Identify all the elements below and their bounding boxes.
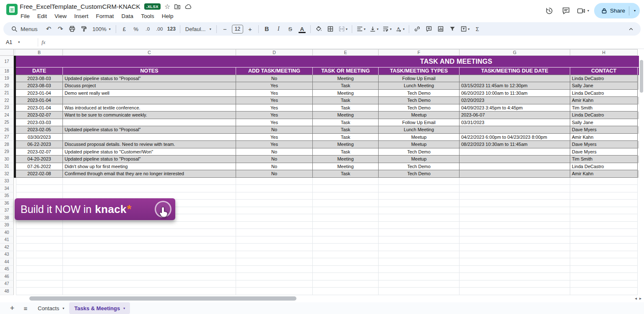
cell-H41[interactable] [570,236,638,244]
comments-button[interactable] [560,5,572,17]
cell-H23[interactable]: Tim Smith [570,104,638,112]
cell-F31[interactable]: Tech Demo [379,163,460,171]
cell-C44[interactable] [63,258,236,266]
cell-F44[interactable] [379,258,460,266]
row-header-48[interactable]: 48 [0,288,14,295]
cell-E33[interactable] [313,178,379,185]
cell-F43[interactable] [379,251,460,259]
vertical-align-button[interactable]: ▾ [368,23,380,34]
cell-H44[interactable] [570,258,638,266]
toolbar-collapse-button[interactable] [625,23,636,34]
column-header-H[interactable]: H [570,49,638,56]
cell-B41[interactable] [16,236,63,244]
row-header-41[interactable]: 41 [0,236,14,244]
cell-H21[interactable]: Linda DeCastro [570,90,638,97]
cell-D34[interactable] [236,185,313,192]
cell-G43[interactable] [460,251,570,259]
zoom-selector[interactable]: 100% ▾ [90,23,113,34]
cell-F36[interactable] [379,200,460,207]
cell-D20[interactable]: Yes [236,82,313,90]
italic-button[interactable]: I [273,23,284,34]
cell-D33[interactable] [236,178,313,185]
cell-D39[interactable] [236,222,313,229]
vertical-scrollbar-thumb[interactable] [640,60,643,93]
scroll-left-icon[interactable]: ◂ [635,296,637,301]
cell-G41[interactable] [460,236,570,244]
cell-D46[interactable] [236,273,313,280]
cell-F42[interactable] [379,244,460,251]
cell-C27[interactable] [63,134,236,141]
move-to-folder-icon[interactable] [174,3,181,10]
header-cell-B18[interactable]: DATE [16,67,63,75]
cell-G37[interactable] [460,207,570,215]
cell-D35[interactable] [236,192,313,200]
column-header-C[interactable]: C [63,49,236,56]
cell-H27[interactable]: Amir Kahn [570,134,638,141]
cell-G27[interactable]: 04/22/2023 6:00pm to 04/23/2023 8:00pm [460,134,570,141]
cell-G39[interactable] [460,222,570,229]
cell-D30[interactable]: No [236,156,313,163]
row-header-26[interactable]: 26 [0,126,14,134]
cell-B39[interactable] [16,222,63,229]
number-format-button[interactable]: 123 [166,23,177,34]
header-cell-G18[interactable]: TASK/MEETING DUE DATE [460,67,570,75]
merge-cells-button[interactable]: ▾ [337,23,349,34]
cell-E22[interactable]: Task [313,97,379,104]
row-header-42[interactable]: 42 [0,244,14,251]
cell-B20[interactable]: 2023-08-03 [16,82,63,90]
cell-B46[interactable] [16,273,63,280]
sheet-tab-dropdown-icon[interactable]: ▾ [62,306,64,310]
cell-C41[interactable] [63,236,236,244]
cell-C28[interactable]: Discussed proposal details. Need to revi… [63,141,236,148]
row-header-45[interactable]: 45 [0,266,14,273]
cell-D19[interactable]: No [236,75,313,83]
menus-search-button[interactable]: Menus [8,23,43,34]
cell-D22[interactable]: Yes [236,97,313,104]
cell-F24[interactable]: Meetup [379,112,460,119]
cell-D28[interactable]: Yes [236,141,313,148]
cell-B26[interactable]: 2023-02-05 [16,126,63,134]
strikethrough-button[interactable]: S [285,23,296,34]
cell-B28[interactable]: 06-22-2023 [16,141,63,148]
cell-H36[interactable] [570,200,638,207]
name-box-dropdown-icon[interactable]: ▾ [18,40,20,44]
cell-B19[interactable]: 2023-08-03 [16,75,63,83]
row-header-27[interactable]: 27 [0,134,14,141]
cell-B48[interactable] [16,288,63,295]
cell-C47[interactable] [63,280,236,288]
decrease-decimal-button[interactable]: .0 [142,23,153,34]
cell-D26[interactable]: No [236,126,313,134]
row-header-23[interactable]: 23 [0,104,14,112]
cell-H48[interactable] [570,288,638,295]
cell-G48[interactable] [460,288,570,295]
font-size-input[interactable]: 12 [232,25,243,34]
insert-comment-button[interactable] [423,23,435,34]
cell-C33[interactable] [63,178,236,185]
column-header-D[interactable]: D [236,49,313,56]
cell-D42[interactable] [236,244,313,251]
cell-B42[interactable] [16,244,63,251]
cell-E21[interactable]: Meeting [313,90,379,97]
font-selector[interactable]: Defaul... ▾ [183,23,214,34]
bold-button[interactable]: B [261,23,273,34]
cell-H33[interactable] [570,178,638,185]
sheet-tab-contacts[interactable]: Contacts▾ [33,302,69,314]
cell-F35[interactable] [379,192,460,200]
row-header-28[interactable]: 28 [0,141,14,148]
header-cell-C18[interactable]: NOTES [63,67,236,75]
cell-D37[interactable] [236,207,313,215]
row-header-47[interactable]: 47 [0,280,14,288]
cell-F41[interactable] [379,236,460,244]
cell-D31[interactable]: No [236,163,313,171]
fill-color-button[interactable] [313,23,325,34]
cell-G23[interactable]: 04/09/2023 3:45pm to 4:45pm [460,104,570,112]
insert-link-button[interactable] [412,23,423,34]
cell-E19[interactable]: Meeting [313,75,379,83]
cell-C26[interactable]: Updated pipeline status to "Proposal" [63,126,236,134]
cell-F34[interactable] [379,185,460,192]
cell-H20[interactable]: Sally Jane [570,82,638,90]
menu-tools[interactable]: Tools [137,12,158,21]
cell-G29[interactable] [460,148,570,156]
create-filter-button[interactable] [447,23,458,34]
cell-G22[interactable]: 02/20/2023 [460,97,570,104]
